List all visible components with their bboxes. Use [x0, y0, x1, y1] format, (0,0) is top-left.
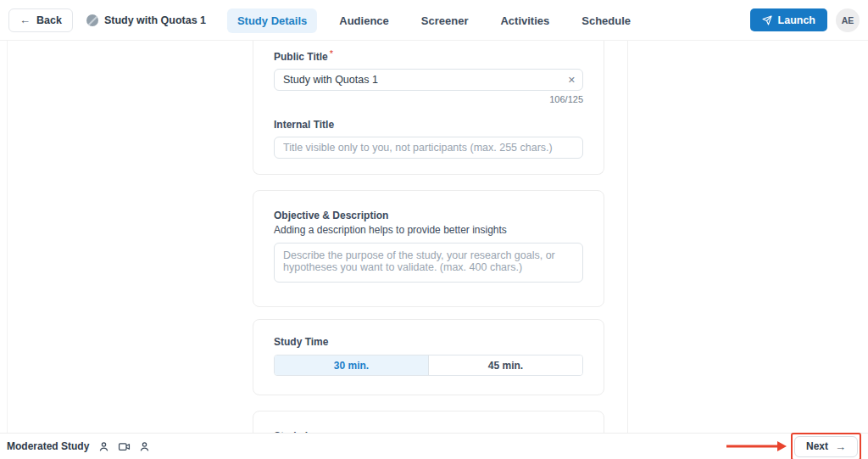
- top-bar: ← Back Study with Quotas 1 Study Details…: [0, 0, 868, 41]
- left-edge-divider: [7, 41, 8, 433]
- participant-person-icon: [138, 440, 151, 453]
- tab-activities[interactable]: Activities: [490, 8, 559, 33]
- tab-screener[interactable]: Screener: [411, 8, 479, 33]
- tab-audience[interactable]: Audience: [329, 8, 399, 33]
- back-button[interactable]: ← Back: [8, 8, 73, 32]
- study-identity: Study with Quotas 1: [86, 14, 206, 26]
- right-edge-divider: [627, 41, 628, 433]
- moderator-person-icon: [97, 440, 110, 453]
- next-label: Next: [806, 440, 828, 452]
- study-time-option-30[interactable]: 30 min.: [275, 355, 428, 375]
- red-annotation-box: Next →: [791, 433, 861, 459]
- bottom-bar: Moderated Study: [0, 433, 868, 459]
- footer-right: Next →: [725, 433, 861, 459]
- draft-status-icon: [86, 14, 98, 26]
- required-asterisk: *: [330, 48, 333, 59]
- objective-label: Objective & Description: [274, 210, 583, 221]
- next-arrow-icon: →: [835, 440, 846, 453]
- tab-schedule[interactable]: Schedule: [571, 8, 641, 33]
- char-counter: 106/125: [274, 94, 583, 104]
- study-type-label: Moderated Study: [7, 440, 89, 452]
- objective-card: Objective & Description Adding a descrip…: [253, 190, 604, 307]
- launch-button[interactable]: Launch: [750, 8, 827, 31]
- public-title-label-row: Public Title*: [274, 48, 583, 64]
- objective-textarea[interactable]: [274, 243, 583, 283]
- step-tabs: Study Details Audience Screener Activiti…: [227, 0, 641, 41]
- study-time-option-45[interactable]: 45 min.: [428, 355, 582, 375]
- paper-plane-icon: [762, 15, 772, 25]
- objective-hint: Adding a description helps to provide be…: [274, 224, 583, 236]
- form-column: Public Title* ✕ 106/125 Internal Title O…: [253, 41, 604, 433]
- launch-label: Launch: [778, 14, 815, 26]
- public-title-input-wrap: ✕: [274, 69, 583, 91]
- titles-card: Public Title* ✕ 106/125 Internal Title: [253, 41, 604, 175]
- study-language-card: Study Language English: [253, 411, 604, 433]
- study-title: Study with Quotas 1: [104, 14, 206, 26]
- video-camera-icon: [117, 440, 131, 453]
- header-left: ← Back Study with Quotas 1: [8, 8, 206, 32]
- internal-title-input[interactable]: [274, 137, 583, 159]
- public-title-label: Public Title: [274, 51, 328, 63]
- internal-title-input-wrap: [274, 137, 583, 159]
- internal-title-label-row: Internal Title: [274, 116, 583, 132]
- study-time-card: Study Time 30 min. 45 min.: [253, 319, 604, 395]
- clear-input-icon[interactable]: ✕: [568, 76, 576, 85]
- internal-title-label: Internal Title: [274, 119, 334, 131]
- footer-left: Moderated Study: [7, 440, 151, 453]
- study-time-label: Study Time: [274, 336, 583, 348]
- back-label: Back: [36, 14, 62, 26]
- public-title-input[interactable]: [274, 69, 583, 91]
- main-scroll-area[interactable]: Public Title* ✕ 106/125 Internal Title O…: [0, 41, 868, 433]
- tab-study-details[interactable]: Study Details: [227, 8, 317, 33]
- avatar[interactable]: AE: [836, 8, 860, 32]
- red-annotation-arrow: [725, 440, 787, 452]
- study-setup-page: ← Back Study with Quotas 1 Study Details…: [0, 0, 868, 459]
- next-button[interactable]: Next →: [794, 436, 858, 457]
- study-time-segmented-control: 30 min. 45 min.: [274, 355, 583, 376]
- header-right: Launch AE: [750, 8, 860, 32]
- back-arrow-icon: ←: [19, 14, 31, 26]
